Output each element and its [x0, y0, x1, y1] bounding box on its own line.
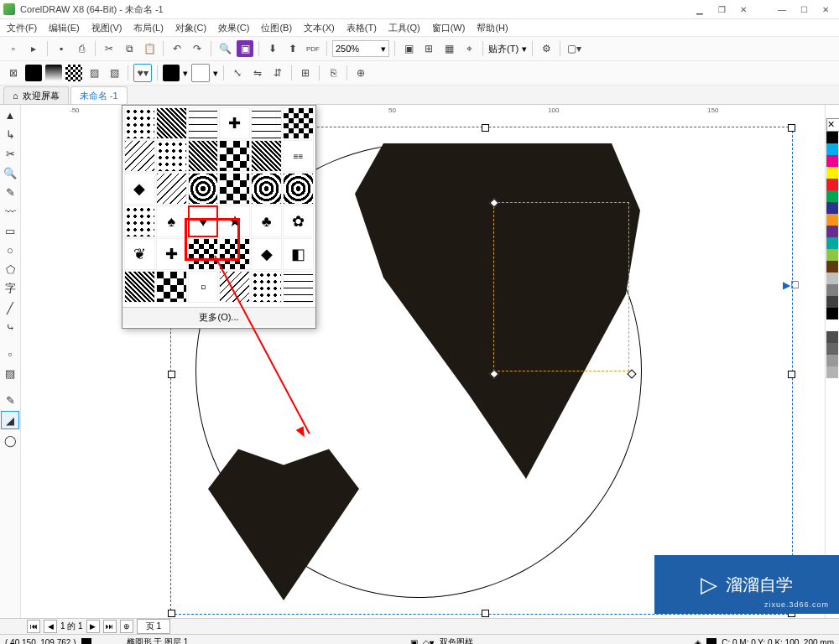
color-swatch[interactable] — [826, 155, 838, 167]
pattern-swatch[interactable]: ✿ — [283, 205, 314, 237]
new-button[interactable]: ▫ — [5, 40, 22, 57]
pdf-button[interactable]: PDF — [305, 40, 321, 57]
pattern-swatch[interactable] — [188, 107, 219, 139]
pattern-swatch[interactable] — [124, 140, 155, 172]
color-swatch[interactable] — [826, 214, 838, 226]
pattern-swatch[interactable]: ≡≡ — [283, 140, 314, 172]
front-color-icon[interactable] — [163, 65, 180, 81]
menu-file[interactable]: 文件(F) — [3, 20, 40, 36]
fill-solid-icon[interactable] — [25, 65, 42, 81]
pattern-swatch[interactable]: ♠ — [156, 205, 187, 237]
pattern-swatch[interactable]: ✚ — [219, 107, 250, 139]
pattern-swatch[interactable] — [251, 107, 282, 139]
selection-handle[interactable] — [788, 124, 795, 132]
menu-window[interactable]: 窗口(W) — [429, 20, 469, 36]
shape-tool[interactable]: ↳ — [2, 126, 18, 143]
color-swatch[interactable] — [826, 343, 838, 355]
menu-text[interactable]: 文本(X) — [300, 20, 338, 36]
close-button[interactable]: ✕ — [816, 3, 836, 16]
app-launcher-icon[interactable]: ▢▾ — [565, 40, 582, 57]
pattern-swatch[interactable] — [283, 107, 314, 139]
page-tab[interactable]: 页 1 — [137, 619, 170, 634]
color-swatch[interactable] — [826, 249, 838, 261]
dropshadow-tool[interactable]: ▫ — [2, 345, 18, 362]
menu-help[interactable]: 帮助(H) — [473, 20, 511, 36]
zoom-combo[interactable]: 250%▾ — [332, 40, 389, 57]
outline-tool[interactable]: ◯ — [2, 432, 18, 449]
outline-preview-icon[interactable]: ◇♥ — [423, 638, 435, 645]
grid-icon[interactable]: ⊞ — [420, 40, 437, 57]
copy-fill-icon[interactable]: ⎘ — [325, 65, 341, 81]
menu-edit[interactable]: 编辑(E) — [45, 20, 83, 36]
color-swatch[interactable] — [826, 273, 838, 284]
crop-tool[interactable]: ✂ — [2, 145, 18, 162]
fg-color-icon[interactable] — [81, 638, 91, 644]
aux-close-icon[interactable]: ✕ — [733, 3, 753, 16]
fill-texture-icon[interactable]: ▨ — [86, 65, 102, 81]
color-swatch[interactable] — [826, 319, 838, 331]
pattern-swatch[interactable] — [283, 271, 314, 303]
pattern-swatch[interactable] — [156, 173, 187, 205]
redo-button[interactable]: ↷ — [189, 40, 206, 57]
snap-icon[interactable]: ⌖ — [461, 40, 477, 57]
fill-end-marker-icon[interactable]: ▶☐ — [783, 279, 800, 291]
pattern-swatch[interactable]: ✚ — [156, 238, 187, 270]
color-swatch[interactable] — [826, 202, 838, 214]
print-button[interactable]: ⎙ — [73, 40, 90, 57]
pattern-swatch[interactable] — [156, 271, 187, 303]
eyedropper-tool[interactable]: ✎ — [2, 392, 18, 408]
pattern-swatch[interactable] — [156, 140, 187, 172]
fill-gradient-icon[interactable] — [45, 65, 62, 81]
color-swatch[interactable] — [826, 179, 838, 190]
zoom-tool[interactable]: 🔍 — [2, 164, 18, 181]
polygon-tool[interactable]: ⬠ — [2, 261, 18, 278]
launch-icon[interactable]: ▣ — [237, 40, 253, 57]
pattern-swatch[interactable] — [124, 205, 155, 237]
outline-swatch-icon[interactable] — [706, 638, 717, 644]
text-tool[interactable]: 字 — [2, 280, 18, 297]
pattern-swatch[interactable] — [219, 173, 250, 205]
selection-handle[interactable] — [482, 610, 489, 617]
aux-restore-icon[interactable]: ❐ — [711, 3, 732, 16]
selection-handle[interactable] — [168, 371, 175, 378]
copy-button[interactable]: ⧉ — [121, 40, 138, 57]
pattern-swatch[interactable] — [251, 271, 282, 303]
pattern-swatch[interactable]: ♣ — [251, 205, 282, 237]
pattern-swatch[interactable] — [188, 173, 219, 205]
pattern-swatch[interactable] — [251, 140, 282, 172]
pattern-swatch[interactable] — [188, 140, 219, 172]
back-color-icon[interactable] — [191, 64, 210, 82]
menu-bitmap[interactable]: 位图(B) — [258, 20, 295, 36]
pattern-picker-button[interactable]: ♥▾ — [133, 64, 152, 82]
rectangle-tool[interactable]: ▭ — [2, 222, 18, 239]
menu-tools[interactable]: 工具(Q) — [385, 20, 424, 36]
prev-page-button[interactable]: ◀ — [44, 620, 57, 633]
pattern-swatch[interactable] — [124, 271, 155, 303]
pattern-swatch[interactable] — [219, 140, 250, 172]
pattern-swatch[interactable] — [219, 238, 250, 270]
selection-handle[interactable] — [788, 371, 795, 378]
next-page-button[interactable]: ▶ — [86, 620, 100, 633]
menu-table[interactable]: 表格(T) — [343, 20, 380, 36]
outline-color-icon[interactable]: ◈ — [695, 638, 701, 645]
mirror-v-icon[interactable]: ⇵ — [269, 65, 286, 81]
color-swatch[interactable] — [826, 366, 838, 378]
minimize-button[interactable]: — — [772, 3, 792, 16]
color-swatch[interactable] — [826, 190, 838, 202]
save-button[interactable]: ▪ — [53, 40, 70, 57]
open-button[interactable]: ▸ — [25, 40, 42, 57]
interactive-fill-control[interactable] — [493, 202, 629, 371]
fill-pattern-icon[interactable] — [65, 65, 82, 81]
cut-button[interactable]: ✂ — [101, 40, 117, 57]
color-swatch[interactable] — [826, 308, 838, 319]
tile-icon[interactable]: ⊞ — [297, 65, 314, 81]
color-swatch[interactable] — [826, 237, 838, 249]
color-swatch[interactable] — [826, 331, 838, 343]
selection-handle[interactable] — [168, 610, 175, 617]
menu-view[interactable]: 视图(V) — [88, 20, 126, 36]
ellipse-tool[interactable]: ○ — [2, 242, 18, 258]
selection-handle[interactable] — [482, 124, 489, 132]
pattern-swatch[interactable]: ★ — [219, 205, 250, 237]
aux-min-icon[interactable]: ▁ — [690, 3, 710, 16]
last-page-button[interactable]: ⏭ — [103, 620, 117, 633]
